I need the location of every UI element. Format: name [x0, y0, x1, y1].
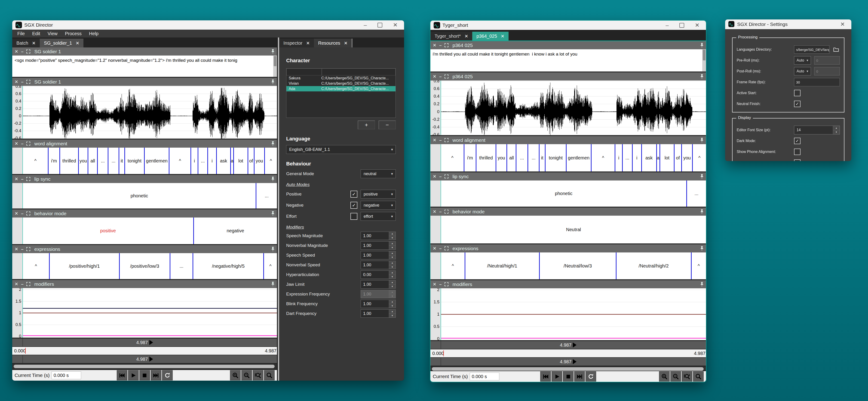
rest-segment[interactable]: ^ [264, 148, 277, 174]
spin-down-icon[interactable]: ▼ [389, 275, 396, 279]
panel-close-icon[interactable]: ✕ [433, 43, 436, 48]
spin-up-icon[interactable]: ▲ [389, 261, 396, 265]
segment-segment[interactable]: ask [641, 144, 656, 171]
spin-up-icon[interactable]: ▲ [389, 310, 396, 314]
minimize-button[interactable]: – [666, 23, 669, 28]
spin-arrows[interactable]: ▲▼ [389, 261, 396, 269]
modifier-line[interactable] [441, 338, 706, 339]
menu-item-process[interactable]: Process [62, 31, 85, 36]
menu-item-edit[interactable]: Edit [29, 31, 43, 36]
waveform-canvas[interactable] [23, 86, 277, 139]
scrollbar-thumb[interactable] [432, 367, 704, 371]
segment-segment[interactable]: /Neutral/high/1 [465, 253, 539, 279]
panel-maximize-icon[interactable] [444, 138, 448, 142]
document-tab-p364-025[interactable]: p364_025✕ [472, 32, 508, 40]
tab-close-icon[interactable]: ✕ [344, 40, 348, 46]
skip-to-end-button[interactable] [151, 370, 161, 380]
document-tab-sg-soldier-1[interactable]: SG_soldier_1✕ [40, 39, 84, 48]
range-slider[interactable]: 4.987 [430, 341, 706, 349]
segment-segment[interactable]: of [248, 148, 254, 174]
panel-minimize-icon[interactable]: – [21, 80, 24, 84]
character-row[interactable]: AdaC:/Users/berge/SG_DEV/SG_Characte... [286, 86, 396, 91]
segment-segment[interactable]: you [254, 148, 264, 174]
panel-minimize-icon[interactable]: – [439, 282, 442, 286]
waveform-canvas[interactable] [441, 81, 706, 135]
nonverbal-segment[interactable]: ... [256, 183, 277, 208]
spin-arrows[interactable]: ▲▼ [389, 300, 396, 308]
panel-minimize-icon[interactable]: – [439, 209, 442, 214]
panel-close-icon[interactable]: ✕ [433, 174, 436, 179]
current-time-input[interactable]: 0.000 s [52, 371, 81, 379]
stop-button[interactable] [563, 371, 574, 381]
pin-icon[interactable] [271, 211, 275, 216]
modifier-spinbox-dart-frequency[interactable]: 1.00▲▼ [361, 309, 396, 318]
panel-maximize-icon[interactable] [444, 210, 448, 213]
modifier-spinbox-nonverbal-magnitude[interactable]: 1.00▲▼ [361, 241, 396, 250]
panel-close-icon[interactable]: ✕ [14, 247, 18, 251]
column-header-path[interactable] [322, 68, 396, 76]
segment-segment[interactable]: i [615, 144, 622, 171]
nonverbal-segment[interactable]: ... [516, 144, 527, 171]
rest-segment[interactable]: ^ [441, 253, 465, 279]
nonverbal-segment[interactable]: ... [198, 148, 207, 174]
rest-segment[interactable]: ^ [441, 144, 464, 171]
segment-segment[interactable]: gentlemen [144, 148, 169, 174]
horizontal-scrollbar[interactable] [430, 367, 706, 370]
auto-mode-checkbox-effort[interactable] [350, 213, 358, 220]
segment-segment[interactable]: /positive/low/3 [119, 253, 170, 279]
spin-up-icon[interactable]: ▲ [389, 271, 396, 275]
segment-segment[interactable]: positive [23, 218, 193, 244]
panel-header-expressions[interactable]: ✕–expressions [430, 245, 706, 253]
panel-maximize-icon[interactable] [444, 282, 448, 286]
pin-icon[interactable] [271, 176, 275, 181]
tab-close-icon[interactable]: ✕ [306, 40, 310, 46]
spin-arrows[interactable]: ▲▼ [389, 241, 396, 250]
nonverbal-segment[interactable]: ... [170, 253, 192, 279]
segment-segment[interactable]: thrilled [476, 144, 496, 171]
pin-icon[interactable] [271, 247, 275, 252]
panel-minimize-icon[interactable]: – [21, 211, 24, 216]
spin-arrows[interactable]: ▲▼ [389, 271, 396, 279]
panel-minimize-icon[interactable]: – [439, 43, 442, 48]
panel-close-icon[interactable]: ✕ [14, 49, 18, 54]
add-character-button[interactable]: + [358, 120, 375, 130]
segment-segment[interactable]: you [681, 144, 692, 171]
panel-maximize-icon[interactable] [444, 174, 448, 178]
close-button[interactable]: ✕ [695, 23, 700, 28]
pin-icon[interactable] [271, 49, 275, 54]
text-editor[interactable]: i'm thrilled you all could make it tonig… [430, 49, 706, 71]
panel-maximize-icon[interactable] [26, 177, 30, 181]
settings-input-languages-directory[interactable]: s/berge/SG_DEV/languages [794, 45, 829, 54]
panel-minimize-icon[interactable]: – [21, 49, 24, 54]
tab-close-icon[interactable]: ✕ [464, 33, 468, 39]
panel-close-icon[interactable]: ✕ [14, 80, 18, 84]
time-ruler[interactable]: 0.0004.987 [430, 349, 706, 357]
segment-segment[interactable]: i'm [48, 148, 59, 174]
modifier-spinbox-hyperarticulation[interactable]: 0.00▲▼ [361, 270, 396, 279]
skip-to-start-button[interactable] [117, 370, 127, 380]
modifier-line[interactable] [23, 335, 277, 336]
zoom-out-button[interactable] [241, 370, 252, 380]
panel-minimize-icon[interactable]: – [21, 141, 24, 146]
spin-arrows[interactable]: ▲▼ [389, 290, 396, 298]
spin-up-icon[interactable]: ▲ [389, 251, 396, 255]
segment-segment[interactable]: all [88, 148, 97, 174]
spin-down-icon[interactable]: ▼ [389, 265, 396, 269]
spin-arrows[interactable]: ▲▼ [389, 310, 396, 317]
spin-up-icon[interactable]: ▲ [389, 290, 396, 294]
nonverbal-segment[interactable]: ... [97, 148, 108, 174]
auto-mode-checkbox-positive[interactable]: ✓ [350, 191, 358, 198]
text-scrollbar[interactable] [702, 49, 706, 71]
panel-header-behavior[interactable]: ✕–behavior mode [12, 209, 277, 218]
nonverbal-segment[interactable]: ... [108, 148, 119, 174]
zoom-fit-button[interactable] [693, 371, 704, 381]
loop-button[interactable] [162, 370, 173, 380]
segment-segment[interactable]: you [496, 144, 507, 171]
panel-tab-resources[interactable]: Resources✕ [314, 39, 352, 48]
panel-close-icon[interactable]: ✕ [433, 282, 436, 286]
rest-segment[interactable]: ^ [23, 253, 49, 279]
settings-checkbox-show-phone-alignment[interactable] [794, 148, 801, 155]
segment-segment[interactable]: i [632, 144, 641, 171]
panel-minimize-icon[interactable]: – [21, 282, 24, 286]
segment-segment[interactable]: a [230, 148, 233, 174]
